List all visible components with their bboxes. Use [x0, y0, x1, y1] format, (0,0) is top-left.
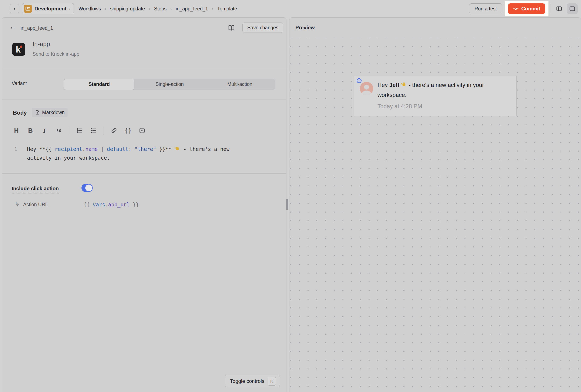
docs-button[interactable] — [226, 23, 236, 33]
chevron-separator-icon: › — [212, 6, 213, 11]
wave-emoji-icon — [401, 81, 407, 90]
variable-braces-icon[interactable]: { } — [124, 127, 132, 134]
open-book-icon — [228, 24, 235, 31]
breadcrumb: Workflows › shipping-update › Steps › in… — [78, 6, 237, 12]
editor-line-number: 1 — [14, 145, 17, 153]
notification-timestamp: Today at 4:28 PM — [378, 103, 422, 110]
unordered-list-icon[interactable] — [90, 127, 97, 134]
toolbar-separator — [69, 126, 69, 135]
breadcrumb-workflows[interactable]: Workflows — [78, 6, 101, 12]
variant-label: Variant — [12, 80, 27, 86]
toggle-controls-button[interactable]: Toggle controls K — [225, 375, 280, 387]
channel-name: In-app — [32, 41, 50, 48]
notification-preview-card[interactable]: Hey Jeff - there's a new activity in you… — [354, 75, 516, 116]
preview-canvas: Hey Jeff - there's a new activity in you… — [290, 38, 581, 392]
action-url-value[interactable]: {{ vars.app_url }} — [84, 201, 139, 209]
environment-folder-icon — [24, 5, 32, 13]
variant-segmented-control: Standard Single-action Multi-action — [64, 79, 275, 90]
toolbar-separator — [104, 126, 104, 135]
chevron-separator-icon: › — [105, 6, 106, 11]
code-block-icon[interactable] — [138, 127, 146, 134]
bold-icon[interactable]: B — [26, 127, 34, 134]
body-field-label: Body — [13, 109, 27, 116]
wave-emoji-icon — [174, 146, 180, 154]
chevron-left-icon: ‹ — [14, 6, 16, 11]
italic-icon[interactable]: I — [40, 127, 48, 134]
recipient-name: Jeff — [390, 82, 400, 88]
step-name-title: in_app_feed_1 — [21, 25, 53, 31]
breadcrumb-template[interactable]: Template — [217, 6, 237, 12]
markdown-format-badge[interactable]: Markdown — [32, 108, 68, 117]
preview-title: Preview — [296, 25, 315, 31]
section-divider — [2, 173, 286, 174]
chevron-separator-icon: › — [149, 6, 150, 11]
knock-channel-logo: k — [12, 43, 25, 56]
markdown-file-icon — [35, 110, 40, 115]
variant-option-single-action[interactable]: Single-action — [134, 79, 204, 90]
ordered-list-icon[interactable] — [76, 127, 83, 134]
panel-resize-handle[interactable] — [286, 199, 288, 210]
link-icon[interactable] — [110, 127, 118, 134]
include-click-action-toggle[interactable] — [82, 184, 93, 192]
blockquote-icon[interactable] — [55, 127, 62, 134]
left-panel-layout-icon — [556, 5, 562, 12]
formatting-toolbar: H B I { } — [12, 126, 146, 135]
run-a-test-button[interactable]: Run a test — [469, 3, 502, 14]
heading-icon[interactable]: H — [12, 127, 20, 134]
keyboard-shortcut-badge: K — [268, 377, 276, 386]
preview-panel: Preview Hey Jeff - there's a new activit… — [289, 17, 581, 392]
include-click-action-label: Include click action — [12, 186, 59, 193]
breadcrumb-workflow-name[interactable]: shipping-update — [110, 6, 145, 12]
commit-highlight-box: Commit — [505, 1, 548, 16]
section-divider — [2, 99, 286, 99]
environment-selector[interactable]: Development › — [22, 3, 74, 14]
avatar — [360, 82, 373, 95]
unread-indicator-dot — [357, 78, 362, 83]
section-divider — [2, 69, 286, 69]
top-bar: ‹ Development › Workflows › shipping-upd… — [0, 0, 581, 17]
right-panel-layout-icon — [569, 5, 576, 12]
preview-header: Preview — [290, 18, 581, 38]
nested-arrow-icon: ↳ — [15, 200, 20, 207]
template-body-editor[interactable]: Hey **{{ recipient.name | default: "ther… — [27, 145, 250, 162]
chevron-right-icon: › — [69, 6, 70, 11]
breadcrumb-steps[interactable]: Steps — [154, 6, 166, 12]
channel-description: Send to Knock in-app — [32, 51, 79, 57]
notification-message: Hey Jeff - there's a new activity in you… — [378, 80, 512, 100]
variant-option-multi-action[interactable]: Multi-action — [205, 79, 275, 90]
chevron-separator-icon: › — [170, 6, 172, 11]
toggle-left-panel-button[interactable] — [554, 3, 564, 14]
environment-name: Development — [34, 6, 66, 12]
back-arrow-icon[interactable]: ← — [10, 23, 16, 30]
back-button[interactable]: ‹ — [10, 4, 19, 13]
toolbar-divider — [551, 4, 552, 13]
breadcrumb-step-name[interactable]: in_app_feed_1 — [176, 6, 208, 12]
toggle-right-panel-button[interactable] — [567, 3, 578, 14]
action-url-label: Action URL — [23, 202, 48, 207]
save-changes-button[interactable]: Save changes — [242, 22, 283, 33]
commit-button[interactable]: Commit — [508, 3, 545, 14]
git-commit-icon — [513, 6, 519, 12]
variant-option-standard[interactable]: Standard — [64, 79, 134, 90]
template-editor-panel: ← in_app_feed_1 Save changes k In-app Se… — [2, 17, 286, 392]
